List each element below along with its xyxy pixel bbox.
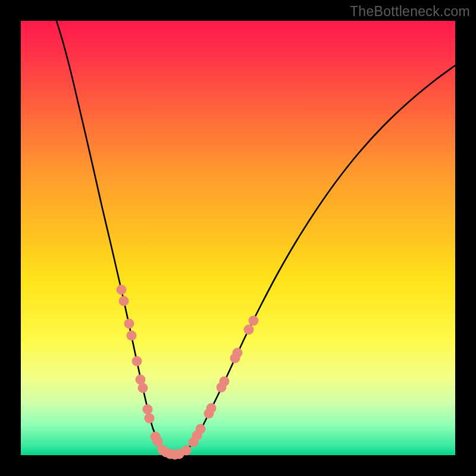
marker-dot xyxy=(249,316,259,326)
plot-area xyxy=(21,21,455,455)
line-series-group xyxy=(57,21,455,455)
marker-dot xyxy=(117,285,127,295)
marker-dot xyxy=(124,319,134,329)
marker-dot xyxy=(143,405,153,415)
marker-dot xyxy=(181,446,192,456)
outer-frame: TheBottleneck.com xyxy=(0,0,476,476)
marker-dot xyxy=(233,348,243,358)
chart-svg xyxy=(21,21,455,455)
series-left-branch xyxy=(57,21,174,455)
marker-dot xyxy=(138,383,148,393)
marker-dot xyxy=(196,424,206,434)
series-right-branch xyxy=(174,65,455,455)
watermark-text: TheBottleneck.com xyxy=(350,4,470,20)
marker-dot xyxy=(206,403,217,414)
marker-dot xyxy=(145,414,155,424)
marker-dot xyxy=(244,325,254,335)
marker-dot xyxy=(119,296,129,306)
marker-dot xyxy=(127,331,137,341)
marker-dot xyxy=(220,377,230,387)
marker-dot xyxy=(132,356,142,367)
marker-group xyxy=(117,285,259,460)
